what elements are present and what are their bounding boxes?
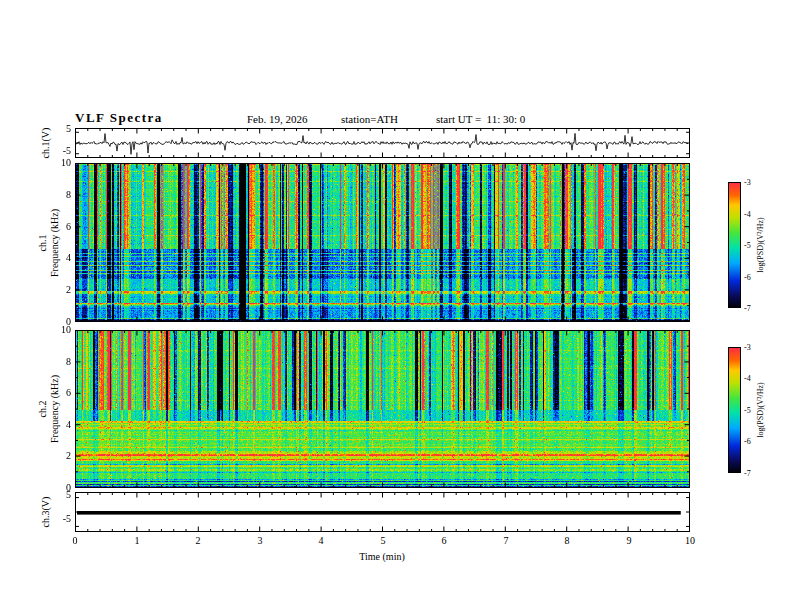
ch2-spec-ylabel-channel: ch.2 — [37, 329, 49, 489]
xtick-7: 7 — [494, 536, 518, 546]
ch1-wave-ytick-min: -5 — [49, 146, 71, 156]
ch1-spectrogram — [75, 163, 690, 322]
xtick-1: 1 — [125, 536, 149, 546]
ch2-spec-ylabel: ch.2 Frequency (kHz) — [37, 329, 63, 489]
ch1-spec-ytick-8: 8 — [49, 190, 71, 200]
ch1-spec-ytick-2: 2 — [49, 285, 71, 295]
ch2-colorbar — [728, 347, 741, 473]
xtick-3: 3 — [248, 536, 272, 546]
ch1-spec-ytick-6: 6 — [49, 222, 71, 232]
cb1-tick-m6: -6 — [744, 273, 764, 282]
xtick-10: 10 — [678, 536, 702, 546]
ch2-spec-ylabel-frequency: Frequency (kHz) — [49, 329, 61, 489]
ch2-spectrogram — [75, 330, 690, 488]
ch1-spec-ytick-10: 10 — [49, 158, 71, 168]
cb2-tick-m7: -7 — [744, 469, 764, 478]
cb1-tick-m4: -4 — [744, 210, 764, 219]
xtick-2: 2 — [186, 536, 210, 546]
station-label: station=ATH — [341, 113, 398, 125]
ch2-spec-ytick-6: 6 — [49, 388, 71, 398]
cb1-tick-m3: -3 — [744, 178, 764, 187]
date-label: Feb. 19, 2026 — [247, 113, 308, 125]
xtick-0: 0 — [63, 536, 87, 546]
cb2-tick-m6: -6 — [744, 437, 764, 446]
cb1-tick-m7: -7 — [744, 304, 764, 313]
ch1-colorbar — [728, 182, 741, 308]
cb2-tick-m5: -5 — [744, 406, 764, 415]
cb1-tick-m5: -5 — [744, 241, 764, 250]
ch1-spec-ylabel: ch.1 Frequency (kHz) — [37, 163, 63, 323]
x-axis-label: Time (min) — [332, 551, 432, 562]
ch2-spec-ytick-4: 4 — [49, 420, 71, 430]
ch2-spec-ytick-10: 10 — [49, 325, 71, 335]
ch1-wave-ytick-max: 5 — [49, 124, 71, 134]
xtick-6: 6 — [432, 536, 456, 546]
figure-title: VLF Spectra — [75, 110, 163, 126]
vlf-spectra-figure: VLF Spectra Feb. 19, 2026 station=ATH st… — [0, 0, 792, 612]
xtick-8: 8 — [555, 536, 579, 546]
ch1-spec-ytick-4: 4 — [49, 253, 71, 263]
start-ut-label: start UT = 11: 30: 0 — [436, 113, 525, 125]
cb2-tick-m3: -3 — [744, 343, 764, 352]
ch3-wave-ytick-min: -5 — [49, 514, 71, 524]
xtick-9: 9 — [617, 536, 641, 546]
xtick-4: 4 — [309, 536, 333, 546]
ch3-waveform-plot — [75, 492, 690, 532]
ch1-waveform-plot — [75, 128, 690, 158]
xtick-5: 5 — [371, 536, 395, 546]
cb2-tick-m4: -4 — [744, 374, 764, 383]
ch1-spec-ylabel-frequency: Frequency (kHz) — [49, 163, 61, 323]
ch2-spec-ytick-8: 8 — [49, 357, 71, 367]
ch3-wave-ytick-max: 5 — [49, 490, 71, 500]
ch2-spec-ytick-2: 2 — [49, 451, 71, 461]
ch1-spec-ylabel-channel: ch.1 — [37, 163, 49, 323]
